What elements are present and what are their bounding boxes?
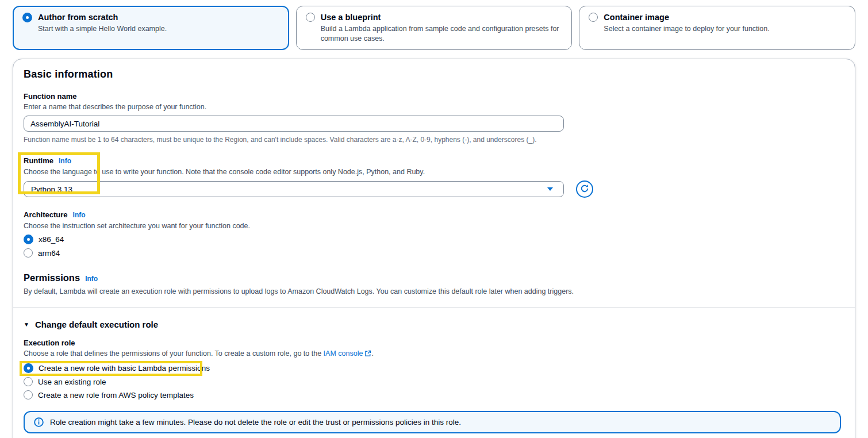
card-container-image[interactable]: Container image Select a container image… [579, 6, 855, 50]
card-use-a-blueprint[interactable]: Use a blueprint Build a Lambda applicati… [296, 6, 573, 50]
iam-console-link[interactable]: IAM console [324, 349, 363, 358]
radio-selected-icon[interactable] [24, 235, 33, 244]
runtime-select-row: Python 3.13 [24, 180, 844, 198]
function-name-input[interactable] [24, 116, 564, 132]
radio-label: Create a new role with basic Lambda perm… [39, 364, 210, 372]
radio-selected-icon[interactable] [24, 363, 33, 373]
permissions-label-row: PermissionsInfo [24, 272, 844, 283]
refresh-icon [580, 184, 589, 195]
architecture-info-link[interactable]: Info [73, 211, 86, 219]
execution-role-label: Execution role [24, 339, 844, 347]
role-option-use-existing[interactable]: Use an existing role [24, 377, 844, 386]
execution-role-description-suffix: . [371, 349, 373, 358]
creation-option-cards: Author from scratch Start with a simple … [0, 0, 868, 50]
card-title: Use a blueprint [321, 11, 563, 23]
radio-unselected-icon[interactable] [24, 248, 33, 258]
runtime-label-row: RuntimeInfo [24, 155, 844, 166]
expander-label: Change default execution role [35, 320, 158, 329]
alert-text: Role creation might take a few minutes. … [50, 418, 461, 427]
execution-role-description: Choose a role that defines the permissio… [24, 349, 844, 359]
runtime-field-group: RuntimeInfo Choose the language to use t… [24, 155, 844, 198]
card-author-from-scratch[interactable]: Author from scratch Start with a simple … [13, 6, 289, 50]
info-icon [34, 417, 44, 427]
radio-unselected-icon[interactable] [589, 13, 598, 22]
runtime-info-link[interactable]: Info [59, 157, 71, 165]
external-link-icon [364, 350, 371, 359]
execution-role-field-group: Execution role Choose a role that define… [24, 339, 844, 399]
runtime-selected-value: Python 3.13 [31, 185, 72, 194]
card-title: Container image [604, 11, 769, 23]
runtime-description: Choose the language to use to write your… [24, 167, 844, 176]
function-name-description: Enter a name that describes the purpose … [24, 102, 844, 112]
radio-label: Use an existing role [38, 378, 106, 386]
radio-label: Create a new role from AWS policy templa… [38, 391, 194, 399]
refresh-runtimes-button[interactable] [576, 180, 593, 198]
execution-role-description-prefix: Choose a role that defines the permissio… [24, 349, 324, 358]
page-title: Basic information [24, 68, 844, 80]
permissions-info-link[interactable]: Info [85, 275, 98, 283]
card-content: Use a blueprint Build a Lambda applicati… [321, 11, 563, 44]
section-divider [13, 308, 855, 308]
architecture-option-x86-64[interactable]: x86_64 [24, 235, 844, 244]
radio-unselected-icon[interactable] [24, 377, 33, 386]
basic-information-panel: Basic information Function name Enter a … [13, 59, 855, 438]
runtime-select[interactable]: Python 3.13 [24, 181, 564, 197]
change-default-execution-role-expander[interactable]: ▼ Change default execution role [24, 320, 844, 329]
expander-caret-icon: ▼ [24, 321, 29, 328]
card-content: Container image Select a container image… [604, 11, 769, 44]
function-name-label: Function name [24, 92, 844, 101]
runtime-label: Runtime [24, 156, 53, 165]
function-name-field-group: Function name Enter a name that describe… [24, 92, 844, 144]
card-description: Start with a simple Hello World example. [38, 24, 167, 34]
card-description: Build a Lambda application from sample c… [321, 24, 563, 44]
radio-unselected-icon[interactable] [306, 13, 315, 22]
card-title: Author from scratch [38, 11, 167, 23]
radio-unselected-icon[interactable] [24, 390, 33, 399]
chevron-down-icon [547, 187, 553, 191]
permissions-description: By default, Lambda will create an execut… [24, 287, 844, 296]
architecture-label: Architecture [24, 210, 68, 219]
permissions-title: Permissions [24, 272, 80, 283]
radio-label: x86_64 [39, 235, 64, 244]
card-description: Select a container image to deploy for y… [604, 24, 769, 34]
permissions-section: PermissionsInfo By default, Lambda will … [24, 272, 844, 296]
architecture-label-row: ArchitectureInfo [24, 209, 844, 220]
card-content: Author from scratch Start with a simple … [38, 11, 167, 44]
architecture-field-group: ArchitectureInfo Choose the instruction … [24, 209, 844, 258]
function-name-constraint: Function name must be 1 to 64 characters… [24, 136, 844, 144]
role-creation-info-alert: Role creation might take a few minutes. … [24, 411, 841, 433]
architecture-option-arm64[interactable]: arm64 [24, 248, 844, 258]
radio-selected-icon[interactable] [22, 13, 32, 22]
radio-label: arm64 [38, 249, 60, 258]
role-option-create-new-basic[interactable]: Create a new role with basic Lambda perm… [24, 363, 844, 373]
architecture-description: Choose the instruction set architecture … [24, 221, 844, 230]
role-option-policy-templates[interactable]: Create a new role from AWS policy templa… [24, 390, 844, 399]
